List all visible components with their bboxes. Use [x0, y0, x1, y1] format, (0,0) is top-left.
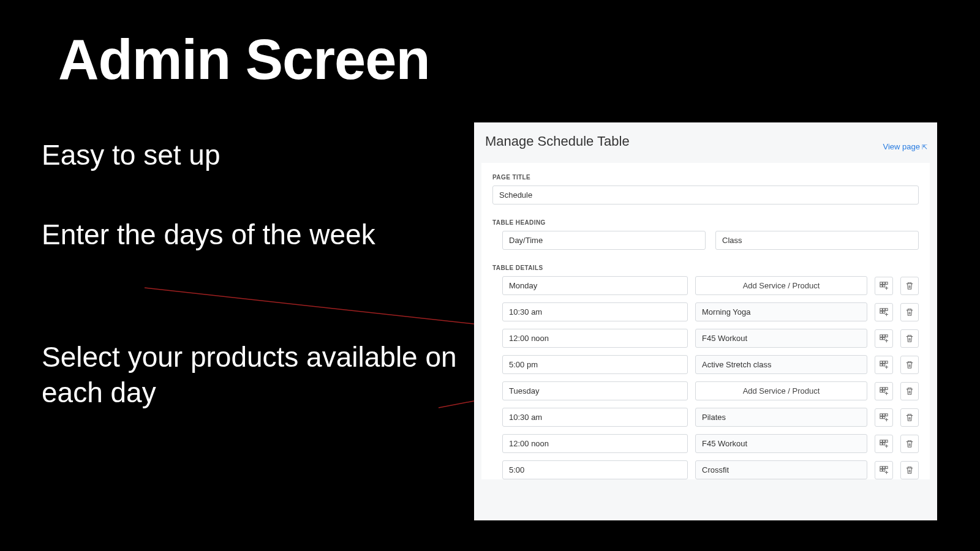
delete-row-button[interactable] [900, 461, 919, 479]
svg-rect-67 [886, 466, 888, 468]
delete-row-button[interactable] [900, 435, 919, 453]
svg-rect-58 [886, 440, 888, 442]
table-details-label: TABLE DETAILS [492, 264, 919, 271]
page-title-input[interactable] [492, 186, 919, 204]
svg-rect-33 [883, 364, 885, 366]
svg-rect-59 [880, 443, 883, 445]
row-left-input[interactable] [502, 302, 688, 321]
trash-icon [905, 413, 914, 422]
add-row-button[interactable] [875, 329, 893, 348]
table-row [502, 329, 919, 348]
grid-plus-icon [880, 466, 888, 474]
add-row-button[interactable] [875, 356, 893, 374]
row-right-cell: Add Service / Product [695, 381, 867, 400]
bullet-days: Enter the days of the week [42, 217, 375, 253]
row-right-cell: Add Service / Product [695, 276, 867, 295]
grid-plus-icon [880, 282, 888, 290]
row-left-input[interactable] [502, 381, 688, 400]
table-details-section: TABLE DETAILS Add Service / Product [492, 264, 919, 479]
add-row-button[interactable] [875, 382, 893, 400]
svg-rect-40 [886, 387, 888, 389]
add-row-button[interactable] [875, 461, 893, 479]
svg-rect-65 [880, 466, 883, 468]
page-title-section: PAGE TITLE [492, 174, 919, 204]
svg-rect-21 [883, 334, 885, 337]
row-right-cell [695, 329, 867, 348]
svg-rect-50 [880, 416, 883, 419]
delete-row-button[interactable] [900, 356, 919, 374]
table-row [502, 434, 919, 453]
grid-plus-icon [880, 413, 888, 422]
trash-icon [905, 387, 914, 395]
svg-rect-57 [883, 440, 885, 442]
add-row-button[interactable] [875, 303, 893, 321]
trash-icon [905, 282, 914, 290]
svg-rect-69 [883, 469, 885, 471]
svg-rect-29 [880, 361, 883, 363]
panel-title: Manage Schedule Table [474, 122, 937, 156]
grid-plus-icon [880, 440, 888, 448]
delete-row-button[interactable] [900, 329, 919, 348]
service-input[interactable] [695, 460, 867, 479]
delete-row-button[interactable] [900, 408, 919, 427]
svg-rect-4 [886, 282, 888, 284]
svg-rect-30 [883, 361, 885, 363]
trash-icon [905, 466, 914, 474]
row-left-input[interactable] [502, 329, 688, 348]
service-input[interactable] [695, 408, 867, 427]
delete-row-button[interactable] [900, 382, 919, 400]
row-left-input[interactable] [502, 355, 688, 374]
row-left-input[interactable] [502, 408, 688, 427]
table-row [502, 355, 919, 374]
delete-row-button[interactable] [900, 277, 919, 295]
row-left-input[interactable] [502, 434, 688, 453]
svg-rect-31 [886, 361, 888, 363]
svg-rect-13 [886, 308, 888, 310]
add-service-button[interactable]: Add Service / Product [695, 381, 867, 400]
svg-rect-38 [880, 387, 883, 389]
service-input[interactable] [695, 329, 867, 348]
view-page-label: View page [883, 142, 920, 151]
svg-rect-3 [883, 282, 885, 284]
page-title-label: PAGE TITLE [492, 174, 919, 181]
admin-panel: Manage Schedule Table View page⇱ PAGE TI… [474, 122, 937, 520]
heading-col1-input[interactable] [502, 231, 706, 250]
table-heading-label: TABLE HEADING [492, 219, 919, 226]
svg-rect-68 [880, 469, 883, 471]
grid-plus-icon [880, 387, 888, 395]
table-row [502, 302, 919, 321]
row-left-input[interactable] [502, 276, 688, 295]
svg-rect-56 [880, 440, 883, 442]
row-right-cell [695, 408, 867, 427]
table-row: Add Service / Product [502, 381, 919, 400]
service-input[interactable] [695, 434, 867, 453]
add-row-button[interactable] [875, 277, 893, 295]
form-card: PAGE TITLE TABLE HEADING TABLE DETAILS A… [481, 163, 930, 479]
trash-icon [905, 334, 914, 343]
svg-rect-32 [880, 364, 883, 366]
table-row [502, 408, 919, 427]
service-input[interactable] [695, 355, 867, 374]
external-link-icon: ⇱ [922, 143, 927, 151]
svg-rect-60 [883, 443, 885, 445]
svg-rect-22 [886, 334, 888, 337]
row-right-cell [695, 302, 867, 321]
heading-col2-input[interactable] [715, 231, 919, 250]
row-right-cell [695, 355, 867, 374]
row-right-cell [695, 434, 867, 453]
service-input[interactable] [695, 302, 867, 321]
add-service-button[interactable]: Add Service / Product [695, 276, 867, 295]
table-row: Add Service / Product [502, 276, 919, 295]
svg-rect-14 [880, 311, 883, 313]
svg-rect-41 [880, 390, 883, 392]
trash-icon [905, 361, 914, 369]
add-row-button[interactable] [875, 435, 893, 453]
slide-title: Admin Screen [58, 28, 430, 92]
row-left-input[interactable] [502, 460, 688, 479]
grid-plus-icon [880, 361, 888, 369]
svg-rect-39 [883, 387, 885, 389]
delete-row-button[interactable] [900, 303, 919, 321]
svg-rect-51 [883, 416, 885, 419]
add-row-button[interactable] [875, 408, 893, 427]
view-page-link[interactable]: View page⇱ [883, 142, 927, 151]
